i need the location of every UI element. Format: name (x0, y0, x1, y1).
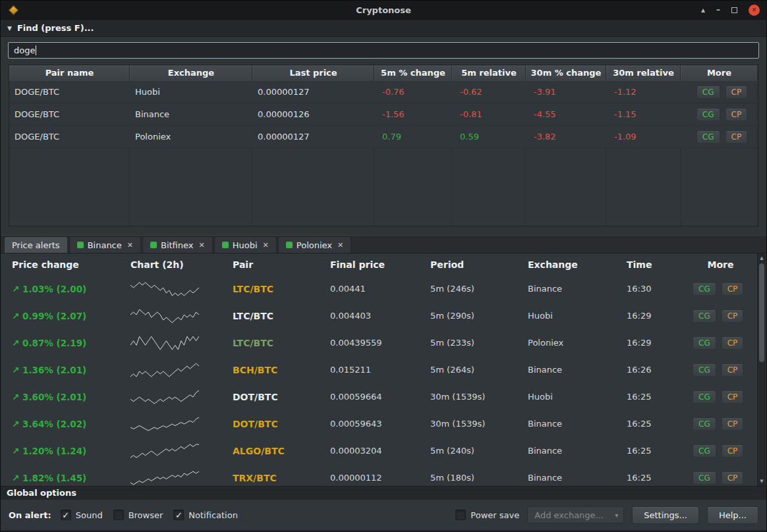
checkbox-box[interactable]: ✓ (173, 510, 184, 520)
tab-close-icon[interactable]: ✕ (199, 241, 205, 250)
coingecko-button[interactable]: CG (696, 108, 720, 121)
coinpaprika-button[interactable]: CP (722, 471, 744, 485)
coingecko-button[interactable]: CG (693, 282, 716, 296)
more-cell: CG CP (684, 282, 757, 296)
checkbox-box[interactable] (455, 510, 466, 520)
tab-close-icon[interactable]: ✕ (337, 241, 343, 250)
scrollbar-thumb[interactable] (759, 263, 764, 362)
checkbox-box[interactable] (113, 510, 124, 520)
column-separator (252, 148, 374, 226)
close-button[interactable]: ✕ (749, 5, 760, 16)
coinpaprika-button[interactable]: CP (722, 444, 744, 458)
column-header[interactable]: Last price (252, 65, 374, 81)
keep-above-button[interactable]: ▴ (701, 6, 705, 14)
column-header[interactable]: More (684, 259, 757, 270)
period-cell: 5m (264s) (422, 365, 519, 375)
coinpaprika-button[interactable]: CP (725, 130, 748, 144)
column-header[interactable]: 5m % change (374, 65, 452, 81)
column-header[interactable]: 30m relative (606, 65, 681, 81)
column-header[interactable]: Exchange (130, 65, 252, 81)
restore-button[interactable] (731, 7, 737, 13)
column-header[interactable]: More (681, 65, 758, 81)
coinpaprika-button[interactable]: CP (722, 309, 744, 323)
scroll-down-arrow[interactable]: ▼ (758, 477, 766, 486)
checkbox[interactable]: Browser (113, 510, 163, 520)
alert-row[interactable]: ↗ 1.82% (1.45) TRX/BTC 0.00000112 5m (18… (3, 464, 757, 486)
tab[interactable]: Poloniex ✕ (278, 236, 351, 253)
alert-row[interactable]: ↗ 1.20% (1.24) ALGO/BTC 0.00003204 5m (2… (3, 437, 757, 464)
column-header[interactable]: Period (422, 259, 519, 270)
coingecko-button[interactable]: CG (693, 444, 716, 458)
pair-name-cell: DOGE/BTC (9, 81, 130, 103)
alert-row[interactable]: ↗ 3.64% (2.02) DOT/BTC 0.00059643 30m (1… (3, 410, 757, 437)
more-cell: CG CP (681, 126, 758, 147)
column-header[interactable]: Pair name (9, 65, 130, 81)
alert-row[interactable]: ↗ 0.87% (2.19) LTC/BTC 0.00439559 5m (23… (3, 329, 757, 356)
tab-close-icon[interactable]: ✕ (127, 241, 133, 250)
coinpaprika-button[interactable]: CP (722, 336, 744, 350)
alert-row[interactable]: ↗ 1.36% (2.01) BCH/BTC 0.015211 5m (264s… (3, 356, 757, 383)
coingecko-button[interactable]: CG (693, 471, 716, 485)
column-header[interactable]: Pair (224, 259, 322, 270)
alerts-scrollbar[interactable]: ▲ ▼ (757, 253, 766, 486)
checkbox-label: Sound (76, 510, 103, 520)
coinpaprika-button[interactable]: CP (722, 363, 744, 377)
coingecko-button[interactable]: CG (693, 390, 716, 404)
tab[interactable]: Bitfinex ✕ (142, 236, 213, 253)
checkbox[interactable]: Power save (455, 510, 519, 520)
checkbox[interactable]: ✓ Sound (61, 510, 103, 520)
column-separator (374, 148, 452, 226)
pairs-table-row[interactable]: DOGE/BTC Poloniex 0.00000127 0.79 0.59 -… (9, 126, 758, 148)
column-header[interactable]: Chart (2h) (122, 259, 224, 270)
coinpaprika-button[interactable]: CP (722, 282, 744, 296)
settings-button[interactable]: Settings... (632, 506, 699, 524)
alert-row[interactable]: ↗ 0.99% (2.07) LTC/BTC 0.004403 5m (290s… (3, 302, 757, 329)
coingecko-button[interactable]: CG (693, 363, 716, 377)
coinpaprika-button[interactable]: CP (725, 86, 748, 99)
coingecko-button[interactable]: CG (693, 417, 716, 431)
coinpaprika-button[interactable]: CP (722, 417, 744, 431)
column-header[interactable]: Time (618, 259, 684, 270)
tab-close-icon[interactable]: ✕ (263, 241, 269, 250)
coinpaprika-button[interactable]: CP (725, 108, 748, 121)
coingecko-button[interactable]: CG (693, 336, 716, 350)
change-5m-cell: -0.76 (374, 81, 452, 103)
time-cell: 16:25 (618, 446, 684, 456)
pair-cell: ALGO/BTC (224, 446, 322, 456)
column-header[interactable]: Exchange (519, 259, 618, 270)
tab[interactable]: Price alerts (4, 236, 68, 253)
help-button[interactable]: Help... (707, 506, 758, 524)
on-alert-label: On alert: (9, 510, 51, 520)
tab[interactable]: Huobi ✕ (214, 236, 277, 253)
coingecko-button[interactable]: CG (693, 309, 716, 323)
tab[interactable]: Binance ✕ (69, 236, 141, 253)
period-cell: 5m (290s) (422, 311, 519, 321)
pair-cell: LTC/BTC (224, 284, 322, 294)
bottom-bar: On alert: ✓ Sound Browser ✓ Notification… (1, 500, 766, 530)
column-header[interactable]: 30m % change (526, 65, 606, 81)
more-cell: CG CP (684, 417, 757, 431)
change-30m-cell: -3.91 (526, 81, 606, 103)
find-panel-header[interactable]: ▼ Find (press F)... (1, 19, 766, 37)
alerts-panel: Price changeChart (2h)PairFinal pricePer… (1, 253, 766, 486)
period-cell: 30m (1539s) (422, 392, 519, 402)
coingecko-button[interactable]: CG (696, 130, 720, 144)
pairs-table-row[interactable]: DOGE/BTC Huobi 0.00000127 -0.76 -0.62 -3… (9, 81, 758, 103)
checkbox-box[interactable]: ✓ (61, 510, 71, 520)
alert-row[interactable]: ↗ 1.03% (2.00) LTC/BTC 0.00441 5m (246s)… (3, 275, 757, 302)
period-cell: 5m (233s) (422, 338, 519, 348)
add-exchange-dropdown[interactable]: Add exchange... ▾ (527, 506, 624, 523)
checkbox[interactable]: ✓ Notification (173, 510, 238, 520)
column-header[interactable]: Final price (322, 259, 422, 270)
column-header[interactable]: 5m relative (452, 65, 526, 81)
alert-row[interactable]: ↗ 3.60% (2.01) DOT/BTC 0.00059664 30m (1… (3, 383, 757, 410)
pairs-table-row[interactable]: DOGE/BTC Binance 0.00000126 -1.56 -0.81 … (9, 103, 758, 126)
search-input[interactable]: doge (8, 42, 759, 59)
minimize-button[interactable]: – (716, 6, 720, 14)
pair-cell: DOT/BTC (224, 392, 322, 402)
scroll-up-arrow[interactable]: ▲ (758, 253, 766, 263)
text-caret (36, 45, 36, 55)
column-header[interactable]: Price change (3, 259, 122, 270)
coingecko-button[interactable]: CG (696, 86, 720, 99)
coinpaprika-button[interactable]: CP (722, 390, 744, 404)
